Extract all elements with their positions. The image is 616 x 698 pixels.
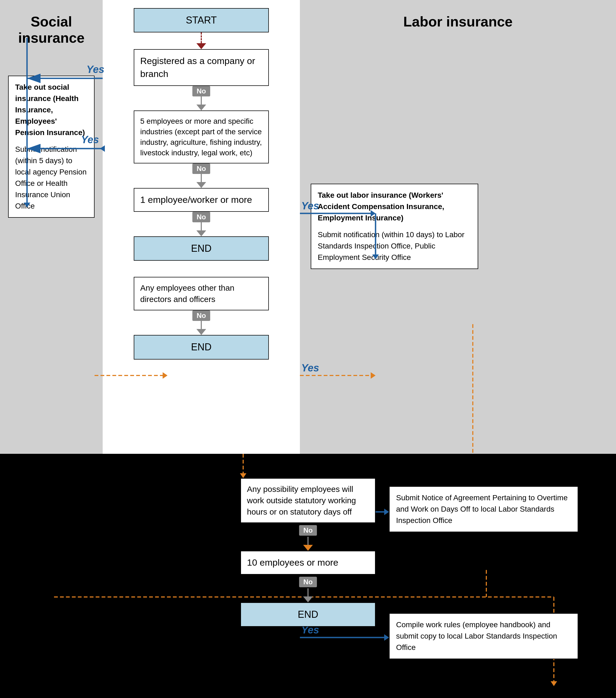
no-label-4: No (192, 310, 210, 321)
svg-marker-28 (384, 634, 389, 641)
no-label-6: No (299, 577, 317, 587)
labor-insurance-line2: Submit notification (within 10 days) to … (318, 229, 471, 263)
social-insurance-info-box: Take out social insurance (Health Insura… (8, 75, 95, 218)
any-possibility-box: Any possibility employees will work outs… (240, 478, 376, 523)
labor-insurance-line1: Take out labor insurance (Workers' Accid… (318, 190, 471, 224)
start-box: START (134, 8, 269, 32)
labor-insurance-info-box: Take out labor insurance (Workers' Accid… (311, 184, 478, 269)
no-label-2: No (192, 164, 210, 174)
one-employee-box: 1 employee/worker or more (134, 188, 269, 212)
five-employees-box: 5 employees or more and specific industr… (134, 111, 269, 164)
registered-box: Registered as a company or branch (134, 49, 269, 86)
no-label-5: No (299, 525, 317, 536)
social-insurance-line2: Submit notification (within 5 days) to l… (15, 144, 87, 212)
end2-box: END (134, 335, 269, 359)
social-insurance-line1: Take out social insurance (Health Insura… (15, 82, 87, 138)
any-employees-box: Any employees other than directors and o… (134, 277, 269, 310)
end1-box: END (134, 236, 269, 261)
svg-marker-32 (551, 681, 557, 686)
labor-insurance-header: Labor insurance (300, 0, 616, 30)
end3-box: END (240, 602, 376, 627)
no-label-1: No (192, 86, 210, 96)
no-label-3: No (192, 212, 210, 222)
ten-employees-box: 10 employees or more (240, 551, 376, 575)
social-insurance-header: Social insurance (0, 0, 103, 46)
